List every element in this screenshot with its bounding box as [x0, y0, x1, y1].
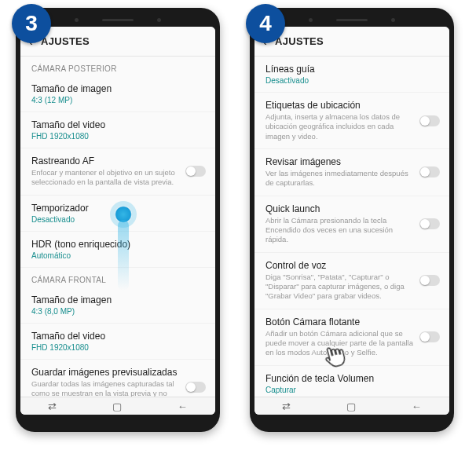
toggle-switch[interactable] [185, 382, 206, 393]
toggle-switch[interactable] [419, 331, 440, 342]
settings-header: ‹ AJUSTES [254, 27, 449, 57]
setting-title: Etiquetas de ubicación [265, 100, 438, 111]
toggle-switch[interactable] [419, 218, 440, 229]
setting-title: Función de tecla Volumen [265, 373, 438, 384]
setting-value: Desactivado [265, 76, 438, 85]
setting-title: Tamaño del video [31, 119, 204, 130]
setting-title: Rastreando AF [31, 155, 204, 166]
setting-tracking-af[interactable]: Rastreando AF Enfocar y mantener el obje… [20, 148, 215, 196]
recents-icon[interactable]: ⇄ [48, 401, 57, 412]
setting-title: Quick launch [265, 203, 438, 214]
setting-desc: Enfocar y mantener el objetivo en un suj… [31, 168, 204, 188]
setting-timer[interactable]: Temporizador Desactivado [20, 196, 215, 232]
phone-frame: ‹ AJUSTES CÁMARA POSTERIOR Tamaño de ima… [16, 8, 220, 432]
step-badge-4: 4 [246, 4, 285, 43]
setting-title: Revisar imágenes [265, 156, 438, 167]
recents-icon[interactable]: ⇄ [282, 401, 291, 412]
setting-floating-button[interactable]: Botón Cámara flotante Añadir un botón Cá… [254, 309, 449, 366]
step-badge-3: 3 [12, 4, 51, 43]
setting-desc: Guardar todas las imágenes capturadas ta… [31, 379, 204, 397]
setting-value: 4:3 (12 MP) [31, 96, 204, 104]
setting-video-size[interactable]: Tamaño del video FHD 1920x1080 [20, 112, 215, 148]
phone-screen: ‹ AJUSTES CÁMARA POSTERIOR Tamaño de ima… [20, 27, 215, 415]
home-icon[interactable]: ▢ [112, 401, 122, 412]
android-nav-bar: ⇄ ▢ ← [20, 397, 215, 415]
setting-value: FHD 1920x1080 [31, 343, 204, 352]
header-title: AJUSTES [275, 35, 324, 47]
toggle-switch[interactable] [419, 275, 440, 286]
setting-value: Desactivado [31, 215, 204, 224]
setting-value: Automático [31, 251, 204, 260]
setting-title: Tamaño de imagen [31, 295, 204, 305]
setting-volume-key-function[interactable]: Función de tecla Volumen Capturar [254, 366, 449, 397]
setting-voice-control[interactable]: Control de voz Diga "Sonrisa", "Patata",… [254, 253, 449, 309]
setting-desc: Diga "Sonrisa", "Patata", "Capturar" o "… [265, 273, 438, 302]
setting-image-size[interactable]: Tamaño de imagen 4:3 (12 MP) [20, 76, 215, 112]
settings-list[interactable]: Líneas guía Desactivado Etiquetas de ubi… [254, 57, 449, 397]
phone-frame: ‹ AJUSTES Líneas guía Desactivado Etique… [250, 8, 454, 432]
header-title: AJUSTES [41, 35, 90, 47]
home-icon[interactable]: ▢ [346, 401, 356, 412]
section-rear-camera: CÁMARA POSTERIOR [20, 57, 215, 76]
setting-title: Botón Cámara flotante [265, 316, 438, 327]
setting-grid-lines[interactable]: Líneas guía Desactivado [254, 57, 449, 93]
setting-front-video-size[interactable]: Tamaño del video FHD 1920x1080 [20, 324, 215, 360]
setting-title: Líneas guía [265, 64, 438, 75]
setting-title: Tamaño de imagen [31, 83, 204, 94]
setting-review-images[interactable]: Revisar imágenes Ver las imágenes inmedi… [254, 149, 449, 196]
back-nav-icon[interactable]: ← [412, 401, 422, 412]
setting-hdr[interactable]: HDR (tono enriquecido) Automático [20, 232, 215, 268]
settings-list[interactable]: CÁMARA POSTERIOR Tamaño de imagen 4:3 (1… [20, 57, 215, 397]
toggle-switch[interactable] [185, 166, 206, 177]
setting-value: Capturar [265, 386, 438, 394]
setting-title: Guardar imágenes previsualizadas [31, 367, 204, 378]
setting-title: Control de voz [265, 260, 438, 271]
android-nav-bar: ⇄ ▢ ← [254, 397, 449, 415]
setting-quick-launch[interactable]: Quick launch Abrir la Cámara presionando… [254, 196, 449, 253]
setting-save-preview[interactable]: Guardar imágenes previsualizadas Guardar… [20, 360, 215, 397]
phone-screen: ‹ AJUSTES Líneas guía Desactivado Etique… [254, 27, 449, 415]
setting-title: Temporizador [31, 203, 204, 214]
setting-desc: Adjunta, inserta y almacena los datos de… [265, 112, 438, 141]
setting-desc: Añadir un botón Cámara adicional que se … [265, 329, 438, 358]
section-front-camera: CÁMARA FRONTAL [20, 268, 215, 287]
back-nav-icon[interactable]: ← [178, 401, 188, 412]
setting-desc: Abrir la Cámara presionando la tecla Enc… [265, 216, 438, 245]
setting-title: Tamaño del video [31, 331, 204, 342]
setting-title: HDR (tono enriquecido) [31, 239, 204, 250]
setting-desc: Ver las imágenes inmediatamente después … [265, 169, 438, 188]
toggle-switch[interactable] [419, 166, 440, 177]
setting-value: FHD 1920x1080 [31, 132, 204, 141]
settings-header: ‹ AJUSTES [20, 27, 215, 57]
setting-value: 4:3 (8,0 MP) [31, 307, 204, 316]
toggle-switch[interactable] [419, 115, 440, 126]
setting-location-tags[interactable]: Etiquetas de ubicación Adjunta, inserta … [254, 93, 449, 149]
setting-front-image-size[interactable]: Tamaño de imagen 4:3 (8,0 MP) [20, 287, 215, 324]
